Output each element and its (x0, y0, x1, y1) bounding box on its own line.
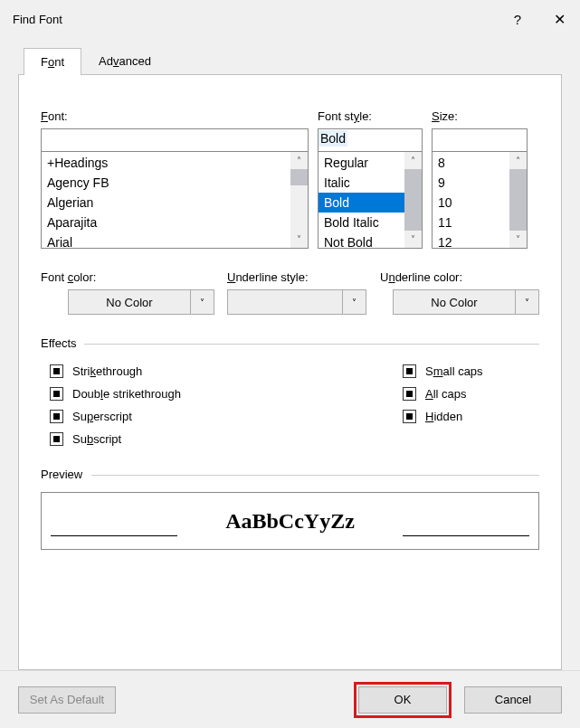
underline-color-combo[interactable]: No Color ˅ (393, 289, 539, 315)
help-icon: ? (514, 12, 521, 27)
small-caps-checkbox[interactable]: Small caps (394, 364, 483, 378)
find-font-dialog: Find Font ? ✕ Font Advanced Font: +Headi… (0, 0, 580, 728)
cancel-button[interactable]: Cancel (464, 686, 562, 714)
size-input[interactable] (432, 128, 528, 152)
preview-box: AaBbCcYyZz (41, 492, 539, 550)
chevron-down-icon: ˅ (343, 289, 366, 315)
effects-group: Strikethrough Double strikethrough Super… (41, 355, 539, 446)
set-default-button[interactable]: Set As Default (18, 686, 116, 714)
list-item[interactable]: Agency FB (42, 173, 308, 193)
preview-text: AaBbCcYyZz (225, 509, 355, 534)
list-item[interactable]: +Headings (42, 153, 308, 173)
dialog-title: Find Font (13, 13, 62, 26)
scroll-up-icon[interactable]: ˄ (509, 152, 527, 169)
tab-strip: Font Advanced (24, 47, 562, 74)
checkbox-indeterminate-icon (50, 364, 63, 378)
titlebar: Find Font ? ✕ (0, 0, 580, 38)
preview-rule (51, 535, 177, 536)
close-icon: ✕ (554, 11, 566, 28)
checkbox-indeterminate-icon (403, 387, 416, 401)
all-caps-checkbox[interactable]: All caps (394, 387, 483, 401)
style-label: Font style: (318, 109, 423, 123)
font-color-combo[interactable]: No Color ˅ (68, 289, 214, 315)
ok-button[interactable]: OK (358, 686, 447, 714)
double-strikethrough-checkbox[interactable]: Double strikethrough (41, 387, 394, 401)
style-input[interactable]: Bold (318, 128, 423, 152)
checkbox-indeterminate-icon (50, 387, 63, 401)
scrollbar[interactable]: ˄ ˅ (509, 152, 527, 248)
list-item[interactable]: Arial (42, 232, 308, 249)
checkbox-indeterminate-icon (50, 432, 63, 446)
tab-font[interactable]: Font (24, 48, 81, 75)
scroll-down-icon[interactable]: ˅ (404, 231, 422, 248)
checkbox-indeterminate-icon (403, 364, 416, 378)
checkbox-indeterminate-icon (403, 410, 416, 423)
close-button[interactable]: ✕ (538, 0, 580, 38)
font-input[interactable] (41, 128, 309, 152)
preview-rule (403, 535, 529, 536)
dialog-content: Font Advanced Font: +Headings Agency FB … (0, 38, 580, 670)
underline-style-combo[interactable]: ˅ (227, 289, 366, 315)
ok-highlight: OK (354, 682, 452, 718)
list-item[interactable]: Aparajita (42, 213, 308, 232)
scrollbar[interactable]: ˄ ˅ (404, 152, 422, 248)
underline-color-label: Underline color: (380, 270, 539, 284)
superscript-checkbox[interactable]: Superscript (41, 410, 394, 423)
help-button[interactable]: ? (497, 0, 538, 38)
scroll-thumb[interactable] (509, 169, 527, 231)
preview-group-label: Preview (41, 468, 539, 481)
style-listbox[interactable]: Regular Italic Bold Bold Italic Not Bold… (318, 151, 423, 249)
scroll-up-icon[interactable]: ˄ (290, 152, 308, 169)
effects-group-label: Effects (41, 336, 539, 350)
scroll-down-icon[interactable]: ˅ (509, 231, 527, 248)
hidden-checkbox[interactable]: Hidden (394, 410, 483, 423)
scroll-down-icon[interactable]: ˅ (290, 231, 308, 248)
strikethrough-checkbox[interactable]: Strikethrough (41, 364, 394, 378)
scrollbar[interactable]: ˄ ˅ (290, 152, 308, 248)
scroll-thumb[interactable] (290, 169, 308, 185)
chevron-down-icon: ˅ (191, 289, 214, 315)
size-listbox[interactable]: 8 9 10 11 12 ˄ ˅ (432, 151, 528, 249)
underline-style-label: Underline style: (227, 270, 367, 284)
tab-advanced[interactable]: Advanced (81, 47, 168, 74)
chevron-down-icon: ˅ (516, 289, 539, 315)
font-listbox[interactable]: +Headings Agency FB Algerian Aparajita A… (41, 151, 309, 249)
scroll-up-icon[interactable]: ˄ (404, 152, 422, 169)
font-color-label: Font color: (41, 270, 214, 284)
dialog-buttons: Set As Default OK Cancel (0, 670, 580, 728)
tab-panel-font: Font: +Headings Agency FB Algerian Apara… (18, 74, 562, 670)
list-item[interactable]: Algerian (42, 193, 308, 213)
checkbox-indeterminate-icon (50, 410, 63, 423)
subscript-checkbox[interactable]: Subscript (41, 432, 394, 446)
scroll-thumb[interactable] (404, 169, 422, 231)
font-label: Font: (41, 109, 309, 123)
size-label: Size: (432, 109, 528, 123)
